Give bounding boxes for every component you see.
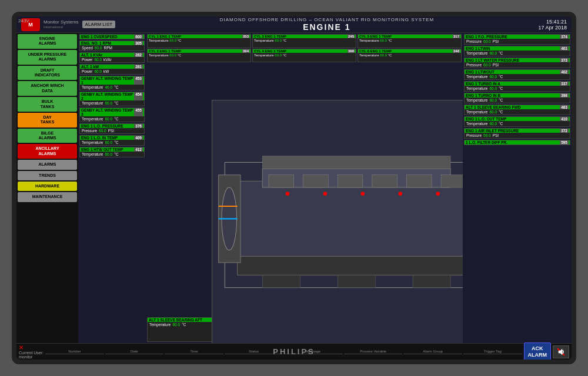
right-sensor-1: ENG 1 LTWIN401Temperature60.0°C	[464, 46, 570, 56]
main-content: ENGINE ALARMSUNDER PRESSURE ALARMSDRAFT …	[16, 33, 572, 343]
svg-rect-9	[238, 256, 463, 275]
sidebar-item-7[interactable]: ANCILLARY ALARMS	[18, 144, 77, 159]
sidebar-item-10[interactable]: HARDWARE	[18, 182, 77, 191]
monitor-outer: 243V M Monitor Systems International ALA…	[12, 12, 576, 364]
header-left: M Monitor Systems International ALARM LI…	[21, 18, 115, 31]
bottom-col-5: Process Variable	[344, 350, 403, 354]
svg-rect-14	[262, 156, 450, 169]
bottom-col-1: Date	[105, 350, 164, 354]
svg-point-21	[436, 192, 440, 196]
svg-rect-4	[303, 175, 329, 187]
sidebar-item-1[interactable]: UNDER PRESSURE ALARMS	[18, 50, 77, 65]
system-title: DIAMOND OFFSHORE DRILLING – OCEAN VALIAN…	[115, 17, 538, 22]
left-sensor-6: GENBY ALT. WINDING TEMP 3455Temperature6…	[79, 108, 145, 122]
left-sensors-panel: ENG 1 OVERSPEED600ENG. NO. 1 RPM305Speed…	[78, 33, 146, 343]
right-sensor-3: ENG 1 LTWOUT402Temperature60.0°C	[464, 69, 570, 80]
header-center: DIAMOND OFFSHORE DRILLING – OCEAN VALIAN…	[115, 17, 538, 32]
right-sensor-7: ENG 1 L.O. OUT TEMP410Temperature60.0°C	[464, 116, 570, 127]
svg-point-17	[286, 192, 289, 196]
user-status-icon: ✕	[19, 344, 24, 351]
svg-point-20	[399, 192, 402, 196]
sidebar-item-4[interactable]: BULK TANKS	[18, 97, 77, 112]
monitor-screen: 243V M Monitor Systems International ALA…	[16, 16, 572, 360]
engine-diagram	[212, 100, 463, 343]
cyl-sensor-3: CYL 2 ENG 1 TEMP394 Temperature 60.0 °C	[147, 49, 251, 63]
time-display: 15:41:21	[538, 19, 567, 25]
cyl-sensor-0: CYL 1 ENG 1 TEMP353 Temperature 60.0 °C	[147, 34, 251, 48]
current-user-value: monitor	[19, 355, 44, 359]
right-sensor-5: ENG 1 TURBO IN B398Temperature60.0°C	[464, 93, 570, 103]
svg-rect-3	[269, 175, 294, 187]
svg-rect-24	[413, 275, 450, 287]
philips-brand: PHILIPS	[273, 347, 315, 356]
bottom-col-7: Trigger Tag	[463, 350, 522, 354]
right-sensor-2: ENG 1 LT WATER PRESSURE373Pressure60.0PS…	[464, 58, 570, 68]
svg-point-18	[323, 192, 327, 196]
svg-rect-22	[262, 275, 300, 287]
bottom-col-2: Time	[165, 350, 223, 354]
right-sensor-8: ENG 1 AIR INLET PRESSURE372Pressure56.0P…	[464, 128, 570, 139]
right-sensor-9: 1 L.O. FILTER DIFF PR.595	[464, 140, 570, 145]
bottom-col-6: Alarm Group	[403, 350, 462, 354]
svg-rect-1	[238, 181, 463, 256]
sidebar-item-8[interactable]: ALARMS	[18, 160, 77, 169]
sidebar-item-9[interactable]: TRENDS	[18, 171, 77, 180]
header: M Monitor Systems International ALARM LI…	[16, 16, 572, 33]
left-sensor-7: ENG 1 L.O. PRESSURE376Pressure60.0PSI	[79, 123, 145, 134]
right-sensors-panel: ENG 1 F.O. PRESSURE374Pressure60.0PSIENG…	[463, 33, 572, 343]
cyl-sensor-1: CYL 3 ENG 1 TEMP245 Temperature 60.0 °C	[252, 34, 356, 48]
bottom-col-0: Number	[45, 350, 104, 354]
left-sensor-1: ENG. NO. 1 RPM305Speed60.0RPM	[79, 41, 145, 51]
sound-icon[interactable]	[553, 345, 569, 358]
engine-svg	[212, 100, 463, 343]
engine-title: ENGINE 1	[115, 22, 538, 32]
date-display: 17 Apr 2018	[538, 25, 567, 31]
top-cylinder-sensors: CYL 1 ENG 1 TEMP353 Temperature 60.0 °C …	[146, 33, 463, 63]
right-sensor-6: ALT 1 SLEEVE BEARING FWD483Temperature60…	[464, 105, 570, 115]
left-sensor-4: GENBY ALT. WINDING TEMP 1453Temperature4…	[79, 76, 145, 90]
svg-rect-7	[406, 175, 432, 187]
left-sensor-0: ENG 1 OVERSPEED600	[79, 34, 145, 39]
sidebar-item-11[interactable]: MAINTENANCE	[18, 192, 77, 202]
ack-alarm-button[interactable]: ACKALARM	[524, 343, 552, 360]
left-sensor-5: GENBY ALT. WINDING TEMP 2454Temperature6…	[79, 92, 145, 106]
left-sensor-8: ENG 1 L.O. IN TEMP409Temperature60.0°C	[79, 135, 145, 146]
svg-rect-23	[338, 275, 375, 287]
header-right: 15:41:21 17 Apr 2018	[538, 19, 567, 31]
right-sensor-4: ENG 1 TURBO IN A337Temperature60.0°C	[464, 81, 570, 92]
svg-point-19	[361, 192, 365, 196]
sidebar-item-0[interactable]: ENGINE ALARMS	[18, 34, 77, 49]
sidebar-item-3[interactable]: ANCHOR WINCH DATA	[18, 81, 77, 96]
cyl-sensor-4: CYL 4 ENG 1 TEMP398 Temperature 60.0 °C	[252, 49, 356, 63]
sidebar-item-2[interactable]: DRAFT INDICATORS	[18, 66, 77, 80]
current-user-section: ✕ Current User: monitor	[19, 344, 44, 359]
voltage-badge: 243V	[18, 18, 29, 24]
left-sensor-9: ENG 1 HTW OUT TEMP412Temperature60.0°C	[79, 147, 145, 157]
right-sensor-0: ENG 1 F.O. PRESSURE374Pressure60.0PSI	[464, 34, 570, 45]
monitor-systems-label: Monitor Systems International	[44, 19, 79, 29]
alarm-list-button[interactable]: ALARM LIST	[82, 21, 116, 28]
svg-rect-5	[338, 175, 363, 187]
sidebar-item-5[interactable]: DAY TANKS	[18, 113, 77, 127]
left-sensor-2: ALT. 1 KVAr282Power60.0kVAr	[79, 52, 145, 63]
cyl-sensor-2: CYL 5 ENG 1 TEMP317 Temperature 60.0 °C	[358, 34, 462, 48]
sidebar-item-6[interactable]: BILGE ALARMS	[18, 129, 77, 143]
left-sensor-3: ALT. 1 kW281Power60.0kW	[79, 64, 145, 75]
current-user-label: Current User:	[19, 351, 44, 355]
sidebar: ENGINE ALARMSUNDER PRESSURE ALARMSDRAFT …	[16, 33, 78, 343]
svg-rect-8	[441, 175, 463, 187]
svg-rect-6	[372, 175, 397, 187]
cyl-sensor-5: CYL 6 ENG 1 TEMP348 Temperature 60.0 °C	[358, 49, 462, 63]
